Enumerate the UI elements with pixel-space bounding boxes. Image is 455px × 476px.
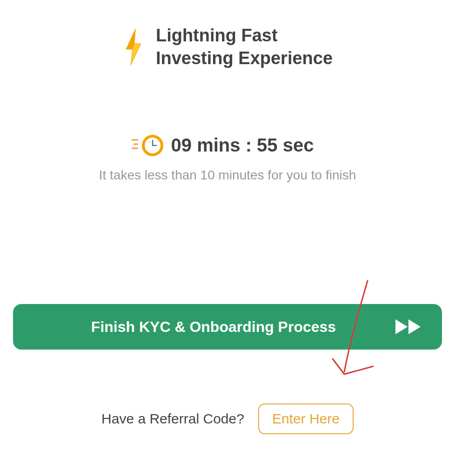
- timer-row: L 09 mins : 55 sec: [0, 134, 455, 157]
- enter-referral-button[interactable]: Enter Here: [258, 403, 354, 434]
- header-section: Lightning Fast Investing Experience: [0, 0, 455, 70]
- fast-forward-icon: [395, 318, 422, 335]
- lightning-icon: [122, 28, 145, 66]
- timer-value: 09 mins : 55 sec: [171, 135, 314, 156]
- header-line2: Investing Experience: [156, 47, 333, 70]
- header-line1: Lightning Fast: [156, 24, 333, 47]
- clock-icon-wrap: L: [141, 134, 164, 157]
- timer-section: L 09 mins : 55 sec It takes less than 10…: [0, 134, 455, 183]
- referral-prompt: Have a Referral Code?: [101, 411, 244, 427]
- finish-kyc-button[interactable]: Finish KYC & Onboarding Process: [13, 304, 442, 350]
- timer-subtext: It takes less than 10 minutes for you to…: [0, 168, 455, 183]
- referral-section: Have a Referral Code? Enter Here: [0, 403, 455, 434]
- clock-icon: L: [141, 134, 164, 157]
- header-title: Lightning Fast Investing Experience: [156, 24, 333, 70]
- finish-kyc-label: Finish KYC & Onboarding Process: [33, 318, 395, 336]
- speed-lines-icon: [131, 138, 140, 150]
